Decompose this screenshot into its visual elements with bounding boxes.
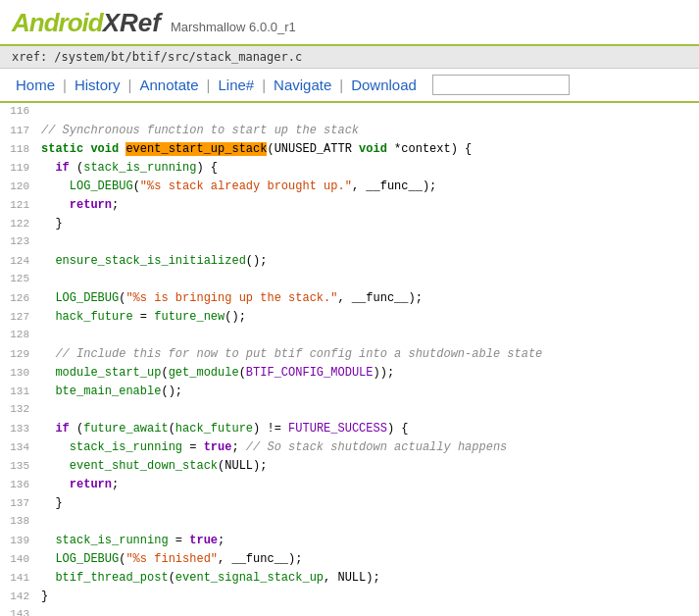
code-line-122: 122 } (0, 215, 699, 233)
code-line-127: 127 hack_future = future_new(); (0, 308, 699, 327)
line-num-143[interactable]: 143 (0, 606, 37, 616)
line-content-119: if (stack_is_running) { (37, 159, 699, 178)
line-content-140: LOG_DEBUG("%s finished", __func__); (37, 550, 699, 569)
code-line-139: 139 stack_is_running = true; (0, 532, 699, 550)
code-line-141: 141 btif_thread_post(event_signal_stack_… (0, 569, 699, 588)
breadcrumb: xref: /system/bt/btif/src/stack_manager.… (0, 46, 699, 69)
line-num-140[interactable]: 140 (0, 551, 37, 568)
line-content-135: event_shut_down_stack(NULL); (37, 457, 699, 476)
code-area: 116 117 // Synchronous function to start… (0, 103, 699, 616)
line-num-122[interactable]: 122 (0, 216, 37, 232)
line-content-134: stack_is_running = true; // So stack shu… (37, 438, 699, 457)
line-content-133: if (future_await(hack_future) != FUTURE_… (37, 420, 699, 438)
line-num-138[interactable]: 138 (0, 513, 37, 530)
code-line-140: 140 LOG_DEBUG("%s finished", __func__); (0, 550, 699, 569)
line-num-130[interactable]: 130 (0, 365, 37, 382)
nav-navigate[interactable]: Navigate (270, 75, 335, 95)
line-num-123[interactable]: 123 (0, 233, 37, 250)
code-line-137: 137 } (0, 494, 699, 513)
code-line-130: 130 module_start_up(get_module(BTIF_CONF… (0, 364, 699, 383)
line-content-127: hack_future = future_new(); (37, 308, 699, 327)
code-line-123: 123 (0, 233, 699, 252)
code-line-121: 121 return; (0, 196, 699, 215)
line-content-139: stack_is_running = true; (37, 532, 699, 550)
code-line-126: 126 LOG_DEBUG("%s is bringing up the sta… (0, 289, 699, 308)
logo-xref: XRef (103, 8, 161, 37)
line-content-129: // Include this for now to put btif conf… (37, 345, 699, 364)
code-line-132: 132 (0, 401, 699, 420)
code-line-120: 120 LOG_DEBUG("%s stack already brought … (0, 178, 699, 196)
nav-sep-5: | (339, 77, 343, 93)
breadcrumb-text: xref: /system/bt/btif/src/stack_manager.… (12, 50, 302, 64)
line-num-120[interactable]: 120 (0, 179, 37, 195)
line-num-135[interactable]: 135 (0, 458, 37, 475)
line-num-121[interactable]: 121 (0, 197, 37, 214)
line-num-118[interactable]: 118 (0, 141, 37, 158)
nav-sep-2: | (128, 77, 132, 93)
line-num-142[interactable]: 142 (0, 589, 37, 605)
nav-sep-4: | (262, 77, 266, 93)
line-num-137[interactable]: 137 (0, 495, 37, 512)
code-line-117: 117 // Synchronous function to start up … (0, 122, 699, 140)
nav-sep-1: | (63, 77, 67, 93)
code-line-119: 119 if (stack_is_running) { (0, 159, 699, 178)
line-num-132[interactable]: 132 (0, 401, 37, 418)
line-num-124[interactable]: 124 (0, 253, 37, 270)
line-content-137: } (37, 494, 699, 513)
line-content-130: module_start_up(get_module(BTIF_CONFIG_M… (37, 364, 699, 383)
line-content-131: bte_main_enable(); (37, 383, 699, 401)
line-content-118: static void event_start_up_stack(UNUSED_… (37, 140, 699, 159)
line-content-122: } (37, 215, 699, 233)
code-line-128: 128 (0, 327, 699, 345)
nav-annotate[interactable]: Annotate (136, 75, 203, 95)
code-line-116: 116 (0, 103, 699, 122)
line-content-124: ensure_stack_is_initialized(); (37, 252, 699, 271)
line-content-120: LOG_DEBUG("%s stack already brought up."… (37, 178, 699, 196)
nav-line[interactable]: Line# (214, 75, 258, 95)
code-line-124: 124 ensure_stack_is_initialized(); (0, 252, 699, 271)
line-content-121: return; (37, 196, 699, 215)
code-line-138: 138 (0, 513, 699, 532)
logo-version: Marshmallow 6.0.0_r1 (171, 20, 296, 34)
code-line-133: 133 if (future_await(hack_future) != FUT… (0, 420, 699, 438)
line-num-133[interactable]: 133 (0, 421, 37, 437)
code-line-129: 129 // Include this for now to put btif … (0, 345, 699, 364)
line-content-117: // Synchronous function to start up the … (37, 122, 699, 140)
search-input[interactable] (432, 75, 570, 95)
line-num-119[interactable]: 119 (0, 160, 37, 177)
code-line-134: 134 stack_is_running = true; // So stack… (0, 438, 699, 457)
line-num-117[interactable]: 117 (0, 123, 37, 139)
code-line-125: 125 (0, 271, 699, 289)
nav-sep-3: | (207, 77, 211, 93)
code-line-135: 135 event_shut_down_stack(NULL); (0, 457, 699, 476)
code-line-143: 143 (0, 606, 699, 616)
logo-android: Android (12, 8, 103, 37)
highlighted-function: event_start_up_stack (125, 142, 267, 156)
line-content-136: return; (37, 476, 699, 494)
nav-history[interactable]: History (71, 75, 125, 95)
line-num-141[interactable]: 141 (0, 570, 37, 587)
line-num-129[interactable]: 129 (0, 346, 37, 363)
line-num-136[interactable]: 136 (0, 477, 37, 493)
line-content-142: } (37, 588, 699, 606)
line-num-125[interactable]: 125 (0, 271, 37, 287)
line-num-131[interactable]: 131 (0, 384, 37, 400)
line-num-134[interactable]: 134 (0, 439, 37, 456)
line-num-126[interactable]: 126 (0, 290, 37, 307)
line-num-127[interactable]: 127 (0, 309, 37, 326)
nav-download[interactable]: Download (347, 75, 421, 95)
line-num-128[interactable]: 128 (0, 327, 37, 343)
code-line-118: 118 static void event_start_up_stack(UNU… (0, 140, 699, 159)
line-content-141: btif_thread_post(event_signal_stack_up, … (37, 569, 699, 588)
line-num-139[interactable]: 139 (0, 533, 37, 549)
header: AndroidXRefMarshmallow 6.0.0_r1 (0, 0, 699, 46)
line-num-116[interactable]: 116 (0, 103, 37, 120)
nav-home[interactable]: Home (12, 75, 59, 95)
code-line-131: 131 bte_main_enable(); (0, 383, 699, 401)
line-content-126: LOG_DEBUG("%s is bringing up the stack."… (37, 289, 699, 308)
navbar: Home | History | Annotate | Line# | Navi… (0, 69, 699, 103)
code-line-136: 136 return; (0, 476, 699, 494)
code-line-142: 142 } (0, 588, 699, 606)
